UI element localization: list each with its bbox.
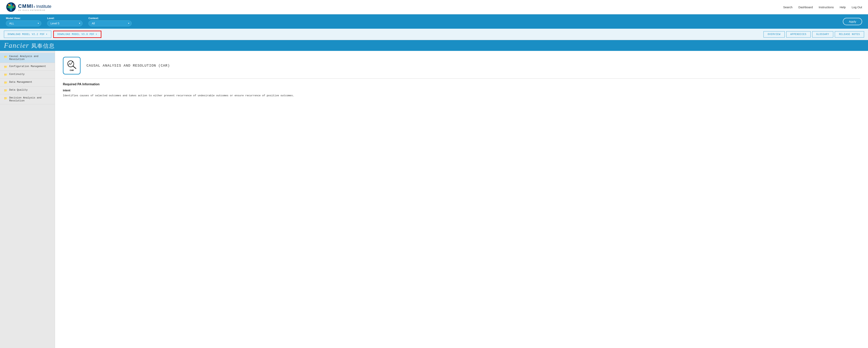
sidebar-item-continuity[interactable]: 📁 Continuity (0, 71, 55, 78)
download-v30-icon: ⬇ (96, 33, 97, 36)
download-v30-label: DOWNLOAD MODEL V3.0 PDF (57, 33, 94, 36)
car-abbrev-label: CAR (70, 69, 74, 71)
sidebar-item-continuity-label: Continuity (9, 73, 25, 76)
download-buttons: DOWNLOAD MODEL V2.2 PDF ⬇ DOWNLOAD MODEL… (4, 31, 101, 38)
logo-area: CMMI ® Institute AN ISACA ENTERPRISE (6, 2, 52, 12)
context-select[interactable]: All Context 1 Context 2 (88, 21, 132, 26)
svg-line-2 (73, 66, 76, 68)
folder-icon-data-mgmt: 📁 (4, 81, 7, 84)
release-notes-button[interactable]: RELEASE NOTES (835, 31, 864, 37)
model-view-group: Model View: ALL DEV SVC PPL (6, 17, 41, 26)
download-v22-label: DOWNLOAD MODEL V2.2 PDF (8, 33, 45, 36)
content-area: CAR CAUSAL ANALYSIS AND RESOLUTION (CAR)… (55, 51, 868, 348)
logo-text-block: CMMI ® Institute AN ISACA ENTERPRISE (18, 3, 52, 11)
nav-instructions[interactable]: Instructions (819, 5, 834, 9)
download-v22-button[interactable]: DOWNLOAD MODEL V2.2 PDF ⬇ (4, 31, 51, 38)
watermark-chinese: 凤奉信息 (31, 43, 55, 49)
right-buttons: OVERVIEW APPENDICES GLOSSARY RELEASE NOT… (764, 31, 864, 37)
model-view-label: Model View: (6, 17, 41, 20)
folder-icon-causal: 📁 (4, 55, 7, 59)
main-area: 📁 Causal Analysis andResolution 📁 Config… (0, 51, 868, 348)
context-group: Context: All Context 1 Context 2 (88, 17, 132, 26)
header: CMMI ® Institute AN ISACA ENTERPRISE Sea… (0, 0, 868, 14)
sidebar-item-data-quality[interactable]: 📁 Data Quality (0, 87, 55, 94)
context-select-wrapper: All Context 1 Context 2 (88, 21, 132, 26)
sidebar-item-causal-analysis[interactable]: 📁 Causal Analysis andResolution (0, 53, 55, 63)
logo-reg: ® (34, 6, 35, 9)
car-full-title: CAUSAL ANALYSIS AND RESOLUTION (CAR) (87, 64, 170, 68)
watermark-text: Fancier 凤奉信息 (4, 41, 55, 49)
download-v22-icon: ⬇ (46, 33, 48, 36)
car-title-block: CAUSAL ANALYSIS AND RESOLUTION (CAR) (87, 64, 170, 68)
intent-title: Intent (63, 89, 860, 92)
nav-help[interactable]: Help (840, 5, 846, 9)
nav-links: Search Dashboard Instructions Help Log O… (783, 5, 862, 9)
sidebar-item-decision-label: Decision Analysis andResolution (9, 96, 41, 102)
nav-logout[interactable]: Log Out (852, 5, 862, 9)
car-header: CAR CAUSAL ANALYSIS AND RESOLUTION (CAR) (63, 57, 860, 74)
sidebar-item-configuration-management[interactable]: 📁 Configuration Management (0, 63, 55, 71)
sidebar-item-data-mgmt-label: Data Management (9, 81, 32, 84)
car-icon-box: CAR (63, 57, 81, 74)
sidebar: 📁 Causal Analysis andResolution 📁 Config… (0, 51, 55, 348)
folder-icon-config: 📁 (4, 65, 7, 69)
nav-dashboard[interactable]: Dashboard (799, 5, 813, 9)
download-v30-button[interactable]: DOWNLOAD MODEL V3.0 PDF ⬇ (53, 31, 101, 38)
logo-cmmi: CMMI (18, 3, 33, 9)
level-select-wrapper: Level 1 Level 2 Level 3 Level 4 Level 5 (47, 21, 83, 26)
context-label: Context: (88, 17, 132, 20)
apply-button[interactable]: Apply (843, 18, 862, 25)
logo-sub: AN ISACA ENTERPRISE (18, 9, 52, 11)
logo-institute: Institute (36, 4, 52, 9)
nav-search[interactable]: Search (783, 5, 793, 9)
sidebar-item-data-quality-label: Data Quality (9, 88, 28, 91)
watermark-banner: Fancier 凤奉信息 (0, 40, 868, 51)
sidebar-item-config-label: Configuration Management (9, 65, 46, 68)
sidebar-item-decision-analysis[interactable]: 📁 Decision Analysis andResolution (0, 94, 55, 104)
folder-icon-data-quality: 📁 (4, 89, 7, 92)
glossary-button[interactable]: GLOSSARY (812, 31, 833, 37)
download-bar: DOWNLOAD MODEL V2.2 PDF ⬇ DOWNLOAD MODEL… (0, 29, 868, 40)
car-icon-svg (66, 60, 77, 69)
overview-button[interactable]: OVERVIEW (764, 31, 785, 37)
folder-icon-decision: 📁 (4, 97, 7, 100)
level-group: Level: Level 1 Level 2 Level 3 Level 4 L… (47, 17, 83, 26)
model-view-select[interactable]: ALL DEV SVC PPL (6, 21, 41, 26)
cmmi-logo-icon (6, 2, 16, 12)
intent-text: Identifies causes of selected outcomes a… (63, 94, 860, 98)
sidebar-item-causal-label: Causal Analysis andResolution (9, 55, 38, 61)
folder-icon-continuity: 📁 (4, 73, 7, 76)
level-select[interactable]: Level 1 Level 2 Level 3 Level 4 Level 5 (47, 21, 83, 26)
model-view-select-wrapper: ALL DEV SVC PPL (6, 21, 41, 26)
appendices-button[interactable]: APPENDICES (786, 31, 811, 37)
sidebar-item-data-management[interactable]: 📁 Data Management (0, 78, 55, 87)
toolbar: Model View: ALL DEV SVC PPL Level: Level… (0, 14, 868, 29)
level-label: Level: (47, 17, 83, 20)
required-pa-title: Required PA Information (63, 83, 860, 86)
